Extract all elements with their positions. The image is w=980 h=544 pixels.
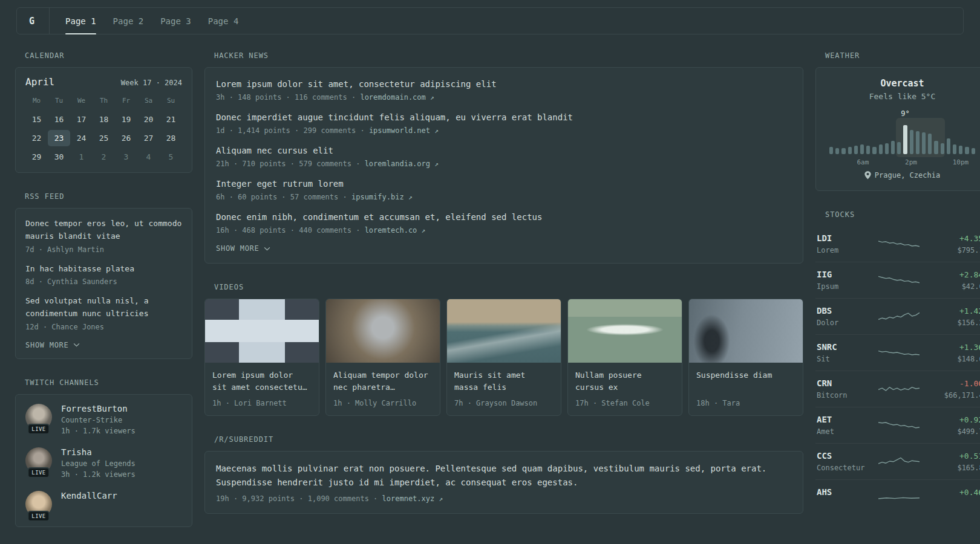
- hacker-news-widget: HACKER NEWS Lorem ipsum dolor sit amet, …: [204, 51, 803, 264]
- stock-change: +0.92%: [932, 415, 980, 424]
- calendar-day-selected[interactable]: 23: [48, 130, 70, 146]
- calendar-day[interactable]: 3: [115, 149, 137, 165]
- calendar-day[interactable]: 26: [115, 130, 137, 146]
- stock-row[interactable]: CCS Consectetur +0.51% $165.84: [815, 443, 980, 479]
- stock-name: [817, 500, 872, 508]
- calendar-week-label: Week 17 · 2024: [121, 79, 182, 87]
- calendar-day-header: Th: [93, 92, 115, 109]
- rss-item-title[interactable]: Donec tempor eros leo, ut commodo mauris…: [25, 218, 182, 243]
- calendar-day-header: Mo: [25, 92, 48, 109]
- twitch-channel[interactable]: LIVE ForrestBurton Counter-Strike 1h · 1…: [25, 404, 182, 435]
- video-card[interactable]: Aliquam tempor dolor nec pharetra… 1h · …: [325, 299, 440, 416]
- show-more-button[interactable]: SHOW MORE: [25, 341, 182, 349]
- right-column: WEATHER Overcast Feels like 5°C 9° 6am2p…: [815, 51, 980, 535]
- stock-row[interactable]: DBS Dolor +1.42% $156.28: [815, 298, 980, 334]
- calendar-day[interactable]: 4: [137, 149, 160, 165]
- calendar-day-header: Su: [160, 92, 182, 109]
- stock-row[interactable]: LDI Lorem +4.35% $795.18: [815, 226, 980, 262]
- calendar-day-header: Tu: [48, 92, 70, 109]
- live-badge: LIVE: [27, 511, 50, 522]
- calendar-day[interactable]: 24: [70, 130, 93, 146]
- video-card[interactable]: Mauris sit amet massa felis 7h · Grayson…: [446, 299, 561, 416]
- channel-viewers: 1h · 1.7k viewers: [61, 427, 136, 435]
- stock-row[interactable]: SNRC Sit +1.36% $148.64: [815, 334, 980, 371]
- hn-item-domain[interactable]: loremdomain.com ↗: [360, 93, 434, 102]
- calendar-day[interactable]: 2: [93, 149, 115, 165]
- video-title[interactable]: Mauris sit amet massa felis: [454, 369, 554, 393]
- calendar-month: April: [25, 76, 54, 88]
- channel-name[interactable]: ForrestBurton: [61, 404, 136, 413]
- calendar-day[interactable]: 20: [137, 111, 160, 128]
- rss-item-title[interactable]: In hac habitasse platea: [25, 263, 182, 276]
- stock-name: Sit: [817, 355, 872, 363]
- twitch-channel[interactable]: LIVE Trisha League of Legends 3h · 1.2k …: [25, 447, 182, 479]
- hn-item-domain[interactable]: ipsumworld.net ↗: [369, 126, 439, 135]
- video-thumbnail[interactable]: [326, 299, 440, 363]
- hn-item-title[interactable]: Lorem ipsum dolor sit amet, consectetur …: [216, 78, 792, 91]
- weather-location[interactable]: Prague, Czechia: [826, 171, 979, 180]
- calendar-day[interactable]: 19: [115, 111, 137, 128]
- weather-peak-temp: 9°: [901, 109, 909, 118]
- subreddit-widget: /R/SUBREDDIT Maecenas mollis pulvinar er…: [204, 435, 803, 514]
- video-title[interactable]: Nullam posuere cursus ex: [575, 369, 675, 393]
- calendar-day[interactable]: 5: [160, 149, 182, 165]
- channel-name[interactable]: KendallCarr: [61, 491, 117, 500]
- video-card[interactable]: Lorem ipsum dolor sit amet consectetu… 1…: [204, 299, 319, 416]
- post-domain[interactable]: loremnet.xyz ↗: [382, 494, 443, 503]
- video-card[interactable]: Suspendisse diam 18h · Tara: [688, 299, 803, 416]
- stock-row[interactable]: CRN Bitcorn -1.00% $66,171.48: [815, 371, 980, 407]
- video-thumbnail[interactable]: [205, 299, 319, 363]
- tab-page-2[interactable]: Page 2: [113, 8, 144, 34]
- hn-item: Aliquam nec cursus elit 21h · 710 points…: [216, 144, 792, 168]
- calendar-day[interactable]: 21: [160, 111, 182, 128]
- rss-item-title[interactable]: Sed volutpat nulla nisl, a condimentum n…: [25, 295, 182, 320]
- calendar-day[interactable]: 22: [25, 130, 48, 146]
- app-logo[interactable]: G: [29, 8, 50, 34]
- calendar-day[interactable]: 30: [48, 149, 70, 165]
- video-title[interactable]: Aliquam tempor dolor nec pharetra…: [333, 369, 433, 393]
- stock-ticker: CRN: [817, 378, 872, 388]
- calendar-day[interactable]: 29: [25, 149, 48, 165]
- hn-item-title[interactable]: Donec enim nibh, condimentum et accumsan…: [216, 211, 792, 224]
- hn-item-domain[interactable]: ipsumify.biz ↗: [351, 193, 413, 201]
- channel-name[interactable]: Trisha: [61, 447, 136, 457]
- tab-page-3[interactable]: Page 3: [160, 8, 191, 34]
- hn-item-title[interactable]: Integer eget rutrum lorem: [216, 178, 792, 190]
- post-title[interactable]: Maecenas mollis pulvinar erat non posuer…: [216, 462, 792, 490]
- calendar-day[interactable]: 28: [160, 130, 182, 146]
- twitch-card: LIVE ForrestBurton Counter-Strike 1h · 1…: [15, 394, 192, 527]
- calendar-day[interactable]: 17: [70, 111, 93, 128]
- stock-sparkline: [878, 273, 920, 288]
- calendar-day[interactable]: 1: [70, 149, 93, 165]
- calendar-day[interactable]: 15: [25, 111, 48, 128]
- show-more-button[interactable]: SHOW MORE: [216, 244, 792, 253]
- stock-change: +2.84%: [932, 270, 980, 279]
- hn-item-title[interactable]: Aliquam nec cursus elit: [216, 144, 792, 157]
- stock-ticker: IIG: [817, 270, 872, 279]
- twitch-channel[interactable]: LIVE KendallCarr: [25, 491, 182, 517]
- stock-price: $42.04: [932, 282, 980, 291]
- video-title[interactable]: Suspendisse diam: [696, 369, 795, 393]
- calendar-day[interactable]: 18: [93, 111, 115, 128]
- stock-sparkline: [878, 345, 920, 361]
- stock-row[interactable]: AHS +0.46%: [815, 479, 980, 516]
- video-title[interactable]: Lorem ipsum dolor sit amet consectetu…: [212, 369, 312, 393]
- weather-axis: 6am2pm10pm: [829, 158, 975, 167]
- video-thumbnail[interactable]: [689, 299, 803, 363]
- hn-item-title[interactable]: Donec imperdiet augue tincidunt felis al…: [216, 111, 792, 124]
- hn-item-domain[interactable]: loremlandia.org ↗: [365, 160, 439, 168]
- calendar-day[interactable]: 16: [48, 111, 70, 128]
- weather-hour-bar: [885, 143, 889, 154]
- weather-hour-bar: [965, 147, 969, 154]
- video-thumbnail[interactable]: [568, 299, 682, 363]
- calendar-day[interactable]: 25: [93, 130, 115, 146]
- video-thumbnail[interactable]: [447, 299, 561, 363]
- tab-page-4[interactable]: Page 4: [208, 8, 239, 34]
- video-card[interactable]: Nullam posuere cursus ex 17h · Stefan Co…: [567, 299, 682, 416]
- stock-list: LDI Lorem +4.35% $795.18 IIG Ipsum +2.84…: [815, 226, 980, 516]
- stock-row[interactable]: AET Amet +0.92% $499.72: [815, 407, 980, 443]
- stock-row[interactable]: IIG Ipsum +2.84% $42.04: [815, 262, 980, 298]
- tab-page-1[interactable]: Page 1: [65, 8, 96, 34]
- hn-item-domain[interactable]: loremtech.co ↗: [365, 226, 426, 235]
- calendar-day[interactable]: 27: [137, 130, 160, 146]
